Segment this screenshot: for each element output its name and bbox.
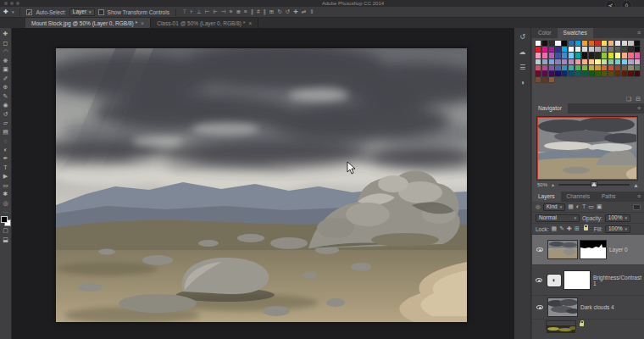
color-swatch[interactable] <box>536 59 541 64</box>
trash-icon[interactable]: ⊟ <box>636 96 641 103</box>
lock-artboard-icon[interactable]: ⊞ <box>575 225 580 232</box>
color-swatch[interactable] <box>582 59 587 64</box>
color-swatch[interactable] <box>602 65 607 70</box>
layer-row-dark-clouds[interactable]: Dark clouds 4 <box>532 296 644 320</box>
color-swatch[interactable] <box>536 65 541 70</box>
color-swatch[interactable] <box>536 77 541 82</box>
color-swatch[interactable] <box>595 65 600 70</box>
color-swatch[interactable] <box>582 71 587 76</box>
move-tool-icon[interactable]: ✚ <box>3 8 8 15</box>
close-icon[interactable]: × <box>141 20 144 26</box>
auto-select-dropdown[interactable]: Layer▾ <box>69 8 95 16</box>
visibility-eye-icon[interactable] <box>536 278 542 282</box>
color-swatch[interactable] <box>555 53 560 58</box>
move-tool[interactable]: ✚ <box>1 30 11 39</box>
tool-preset-caret-icon[interactable]: ▾ <box>12 9 14 14</box>
shape-tool[interactable]: ▭ <box>1 181 11 191</box>
color-swatch[interactable] <box>569 41 574 46</box>
color-swatch[interactable] <box>542 77 547 82</box>
color-swatch[interactable] <box>628 59 633 64</box>
color-swatch[interactable] <box>562 47 567 52</box>
tab-channels[interactable]: Channels <box>561 192 596 202</box>
tab-color[interactable]: Color <box>532 28 558 38</box>
history-panel-icon[interactable]: ↺ <box>519 33 525 41</box>
panel-menu-icon[interactable]: ≡ <box>637 192 644 202</box>
foreground-background-swatches[interactable] <box>1 216 11 226</box>
color-swatch[interactable] <box>615 59 620 64</box>
color-swatch[interactable] <box>542 41 547 46</box>
color-swatch[interactable] <box>575 65 580 70</box>
color-swatch[interactable] <box>549 59 554 64</box>
color-swatch[interactable] <box>536 53 541 58</box>
align-top-icon[interactable]: ⊤ <box>182 8 187 15</box>
color-swatch[interactable] <box>595 41 600 46</box>
quick-selection-tool[interactable]: ❋ <box>1 57 11 66</box>
color-swatch[interactable] <box>608 59 613 64</box>
color-swatch[interactable] <box>635 59 640 64</box>
align-right-icon[interactable]: ⊣ <box>221 8 226 15</box>
pen-tool[interactable]: ✒ <box>1 154 11 164</box>
color-swatch[interactable] <box>536 41 541 46</box>
color-swatch[interactable] <box>589 41 594 46</box>
color-swatch[interactable] <box>562 65 567 70</box>
color-swatch[interactable] <box>549 53 554 58</box>
filter-adjustment-icon[interactable]: ◐ <box>576 203 580 210</box>
lock-all-icon[interactable] <box>584 227 588 231</box>
color-swatch[interactable] <box>608 65 613 70</box>
3d-roll-icon[interactable]: ↺ <box>286 8 290 15</box>
clone-source-panel-icon[interactable]: ☁ <box>519 48 526 56</box>
history-brush-tool[interactable]: ↺ <box>1 110 11 119</box>
color-swatch[interactable] <box>562 53 567 58</box>
distribute-left-icon[interactable]: ∥ <box>251 8 253 15</box>
color-swatch[interactable] <box>595 59 600 64</box>
color-swatch[interactable] <box>622 41 627 46</box>
tab-mount-stock[interactable]: Mount Stock.jpg @ 50% (Layer 0, RGB/8) *… <box>25 18 151 28</box>
3d-drag-icon[interactable]: ✚ <box>293 8 297 15</box>
color-swatch[interactable] <box>635 41 640 46</box>
color-swatch[interactable] <box>589 71 594 76</box>
color-swatch[interactable] <box>589 59 594 64</box>
color-swatch[interactable] <box>635 65 640 70</box>
color-swatch[interactable] <box>595 71 600 76</box>
color-swatch[interactable] <box>615 41 620 46</box>
lasso-tool[interactable]: ◠ <box>1 47 11 57</box>
tab-paths[interactable]: Paths <box>596 192 622 202</box>
new-swatch-icon[interactable]: ❏ <box>626 96 631 103</box>
color-swatch[interactable] <box>549 65 554 70</box>
color-swatch[interactable] <box>542 71 547 76</box>
color-swatch[interactable] <box>536 71 541 76</box>
blur-tool[interactable]: ◌ <box>1 136 11 146</box>
filter-shape-icon[interactable]: ▭ <box>588 203 594 210</box>
type-tool[interactable]: T <box>1 164 11 173</box>
info-panel-icon[interactable]: ☰ <box>519 64 525 71</box>
marquee-tool[interactable]: ◻ <box>1 39 11 48</box>
color-swatch[interactable] <box>615 71 620 76</box>
lock-pixels-icon[interactable]: ✎ <box>559 225 564 232</box>
color-swatch[interactable] <box>575 41 580 46</box>
layer-thumbnail[interactable] <box>547 321 575 329</box>
distribute-hcenter-icon[interactable]: # <box>257 8 260 15</box>
align-hcenter-icon[interactable]: ⊩ <box>213 8 218 15</box>
distribute-top-icon[interactable]: ≡ <box>230 8 233 15</box>
color-swatch[interactable] <box>635 71 640 76</box>
dodge-tool[interactable]: ◐ <box>1 146 11 155</box>
color-swatch[interactable] <box>549 71 554 76</box>
screen-mode-icon[interactable]: ⬓ <box>1 236 11 245</box>
color-swatch[interactable] <box>562 71 567 76</box>
color-swatch[interactable] <box>569 47 574 52</box>
layer-mask-thumbnail[interactable] <box>580 241 606 258</box>
color-swatch[interactable] <box>555 65 560 70</box>
tab-navigator[interactable]: Navigator <box>532 103 568 114</box>
crop-tool[interactable]: ▣ <box>1 65 11 75</box>
color-swatch[interactable] <box>555 59 560 64</box>
color-swatch[interactable] <box>542 53 547 58</box>
layer-mask-thumbnail[interactable] <box>564 271 590 289</box>
lock-transparency-icon[interactable]: ▦ <box>552 225 558 232</box>
filter-pixel-icon[interactable]: ▦ <box>568 203 574 210</box>
adjustment-layer-icon[interactable]: ◐ <box>547 275 561 286</box>
color-swatch[interactable] <box>589 65 594 70</box>
color-swatch[interactable] <box>549 77 554 82</box>
color-swatch[interactable] <box>582 41 587 46</box>
layer-row-locked-partial[interactable] <box>532 320 644 330</box>
color-swatch[interactable] <box>569 65 574 70</box>
